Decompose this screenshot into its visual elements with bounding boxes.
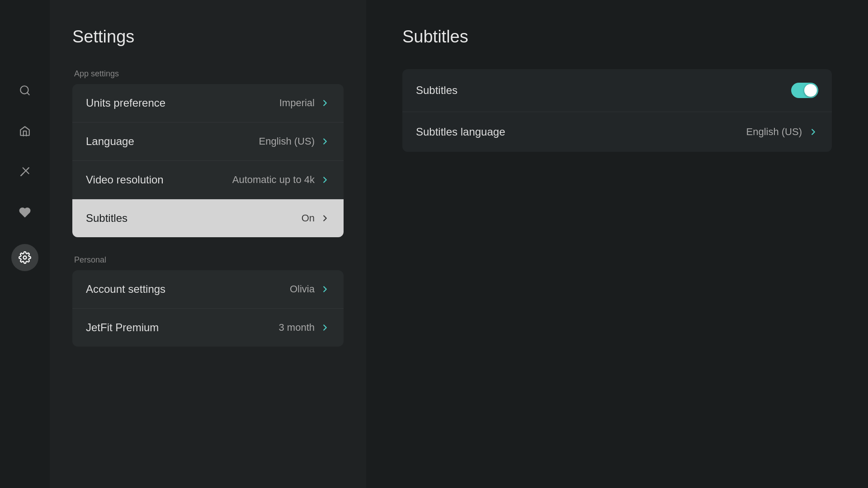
language-value: English (US) — [259, 136, 315, 147]
language-chevron-icon — [320, 136, 330, 146]
video-resolution-right: Automatic up to 4k — [232, 174, 330, 186]
panel-subtitles-language-value: English (US) — [746, 126, 802, 138]
premium-label: JetFit Premium — [86, 321, 159, 334]
video-resolution-value: Automatic up to 4k — [232, 174, 315, 186]
page-title: Settings — [72, 27, 344, 47]
sidebar-item-home[interactable] — [16, 122, 34, 140]
units-value: Imperial — [279, 97, 315, 109]
panel-item-subtitles-language[interactable]: Subtitles language English (US) — [402, 112, 832, 152]
panel-subtitles-label: Subtitles — [416, 84, 458, 97]
personal-settings-list: Account settings Olivia JetFit Premium 3… — [72, 270, 344, 347]
panel-title: Subtitles — [402, 27, 832, 47]
toggle-knob — [804, 84, 817, 97]
account-label: Account settings — [86, 283, 165, 296]
subtitles-right: On — [302, 212, 330, 224]
language-label: Language — [86, 135, 134, 148]
settings-item-units[interactable]: Units preference Imperial — [72, 84, 344, 122]
svg-line-1 — [27, 93, 29, 95]
app-settings-list: Units preference Imperial Language Engli… — [72, 84, 344, 237]
settings-item-language[interactable]: Language English (US) — [72, 122, 344, 161]
app-settings-label: App settings — [72, 69, 344, 79]
units-label: Units preference — [86, 97, 165, 109]
svg-line-6 — [26, 168, 28, 170]
video-resolution-chevron-icon — [320, 175, 330, 185]
subtitles-chevron-icon — [320, 213, 330, 223]
svg-point-7 — [24, 256, 27, 259]
panel-subtitles-language-right: English (US) — [746, 126, 818, 138]
units-right: Imperial — [279, 97, 330, 109]
sidebar-item-search[interactable] — [16, 81, 34, 99]
panel-subtitles-right — [791, 83, 818, 98]
subtitles-language-chevron-icon — [808, 127, 818, 137]
settings-item-subtitles[interactable]: Subtitles On — [72, 199, 344, 237]
sidebar — [0, 0, 50, 488]
account-value: Olivia — [290, 283, 315, 295]
sidebar-item-tools[interactable] — [16, 163, 34, 181]
premium-right: 3 month — [279, 322, 330, 333]
account-chevron-icon — [320, 284, 330, 294]
sidebar-item-settings[interactable] — [11, 244, 38, 271]
video-resolution-label: Video resolution — [86, 174, 164, 186]
settings-item-premium[interactable]: JetFit Premium 3 month — [72, 309, 344, 347]
settings-item-video-resolution[interactable]: Video resolution Automatic up to 4k — [72, 161, 344, 199]
units-chevron-icon — [320, 98, 330, 108]
right-panel: Subtitles Subtitles Subtitles language E… — [366, 0, 868, 488]
premium-chevron-icon — [320, 323, 330, 333]
subtitles-value: On — [302, 212, 315, 224]
account-right: Olivia — [290, 283, 330, 295]
personal-label: Personal — [72, 255, 344, 265]
premium-value: 3 month — [279, 322, 315, 333]
panel-item-subtitles[interactable]: Subtitles — [402, 69, 832, 112]
language-right: English (US) — [259, 136, 330, 147]
settings-item-account[interactable]: Account settings Olivia — [72, 270, 344, 309]
subtitles-label: Subtitles — [86, 212, 127, 225]
svg-line-5 — [21, 173, 23, 175]
left-panel: Settings App settings Units preference I… — [50, 0, 366, 488]
panel-subtitles-language-label: Subtitles language — [416, 126, 505, 138]
panel-settings-list: Subtitles Subtitles language English (US… — [402, 69, 832, 152]
subtitles-toggle[interactable] — [791, 83, 818, 98]
sidebar-item-favorites[interactable] — [16, 203, 34, 221]
